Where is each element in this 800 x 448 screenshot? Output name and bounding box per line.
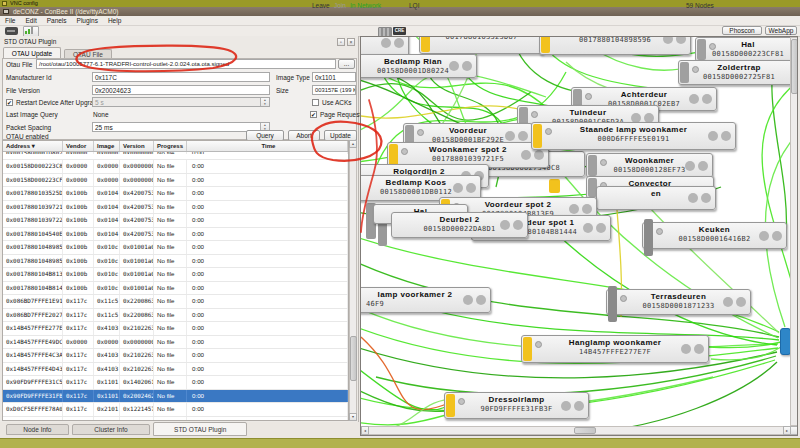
bottom-tab-std-otau-plugin[interactable]: STD OTAU Plugin: [153, 422, 247, 436]
endpoint-circle-icon: [759, 231, 769, 241]
spinner-arrows-icon[interactable]: ▴▾: [260, 98, 269, 106]
graph-node-hanglamp-woonkamer[interactable]: Hanglamp woonkamer14B457FFFE277E7F: [521, 335, 709, 363]
column-header-time[interactable]: Time: [187, 141, 348, 151]
endpoint-circle-icon: [631, 113, 641, 123]
cell-address: 0x90FD9FFFFE31C535: [3, 376, 63, 389]
table-row[interactable]: 0x90FD9FFFFE31C5350x117c0x11010x14020610…: [3, 376, 348, 390]
table-header[interactable]: Address ▾VendorImageVersionProgressTime: [3, 141, 348, 152]
lqi-label[interactable]: LQI: [409, 1, 419, 10]
table-row[interactable]: 0x90FD9FFFFE31FB3F0x117c0x11010x20024623…: [3, 390, 348, 404]
scroll-up-icon[interactable]: ▴: [349, 140, 357, 148]
table-row[interactable]: 0x00178801039722130x100b0x01040x42007530…: [3, 214, 348, 228]
graph-node-deurbel-2[interactable]: Deurbel 200158D00022DA8D1: [391, 212, 528, 238]
float-panel-icon[interactable]: ▫: [337, 38, 345, 46]
table-row[interactable]: 0x00158D000223CF810x00000x00000x00000000…: [3, 174, 348, 188]
graph-node-keuken[interactable]: Keuken00158D00016416B2: [642, 222, 787, 249]
menu-item-panels[interactable]: Panels: [42, 16, 72, 25]
webapp-button[interactable]: WebApp: [765, 26, 797, 35]
graph-node-zoldertrap[interactable]: Zoldertrap00158D0002725F81: [678, 60, 798, 85]
node-address: 000D6FFFFE5E0191: [532, 135, 735, 143]
table-row[interactable]: 0x14B457FFFE277E7F0x117c0x41030x21022631…: [3, 322, 348, 336]
tab-otau-update[interactable]: OTAU Update: [3, 47, 61, 58]
scroll-down-icon[interactable]: ▾: [349, 413, 357, 421]
otau-file-input[interactable]: /root/otau/10005777-6.1-TRADFRI-control-…: [36, 59, 336, 69]
device-table[interactable]: Address ▾VendorImageVersionProgressTime0…: [2, 140, 349, 421]
table-row[interactable]: 0x00178801048985F50x100b0x010c0x01001a02…: [3, 255, 348, 269]
menu-item-plugins[interactable]: Plugins: [72, 16, 103, 25]
cell-vendor: 0x100b: [63, 255, 94, 268]
packet-spacing-label: Packet Spacing: [6, 123, 51, 132]
graph-hscroll-thumb[interactable]: [574, 427, 596, 434]
graph-node-keuken-spot-1[interactable]: Keuken spot 10017880104898596: [539, 36, 691, 55]
network-graph[interactable]: 0017880103525D87Keuken spot 100178801048…: [360, 36, 798, 436]
graph-node-bedlamp-rian[interactable]: Bedlamp Rian00158D0001D80224: [360, 54, 477, 78]
browse-button[interactable]: ...: [338, 59, 355, 69]
cell-address: 0x00178801039721F5: [3, 201, 63, 214]
use-acks-checkbox[interactable]: [312, 99, 319, 106]
tab-otau-file[interactable]: OTAU File: [64, 49, 112, 58]
packet-spacing-input[interactable]: 25 ms▴▾: [92, 122, 270, 132]
image-type-input[interactable]: 0x1101: [312, 72, 356, 82]
graph-vscroll-thumb[interactable]: [791, 39, 798, 94]
cell-progress: No file: [154, 187, 187, 200]
endpoint-circle-icon: [701, 193, 711, 203]
menu-item-help[interactable]: Help: [103, 16, 126, 25]
restart-checkbox[interactable]: ✔: [6, 99, 13, 106]
join-button[interactable]: Join: [334, 1, 346, 10]
table-row[interactable]: 0x14B457FFFE49DC830x00000x00000x00000000…: [3, 336, 348, 350]
table-row[interactable]: 0x00178801048985960x100b0x010c0x01001a02…: [3, 241, 348, 255]
table-row[interactable]: 0x0017880104540E260x100b0x01040x42007530…: [3, 228, 348, 242]
otau-file-label: Otau File: [6, 60, 32, 69]
manufacturer-input[interactable]: 0x117C: [92, 72, 270, 82]
graph-node-en[interactable]: en: [596, 186, 716, 210]
cre-badge[interactable]: CRE: [393, 27, 406, 35]
manufacturer-label: Manufacturer Id: [6, 73, 52, 82]
graph-node-woonkamer[interactable]: Woonkamer00158D000128EF73: [586, 153, 713, 178]
app-titlebar[interactable]: deCONZ - ConBee II (/dev/ttyACM0): [0, 7, 800, 16]
column-header-vendor[interactable]: Vendor: [63, 141, 94, 151]
cell-vendor: 0x117c: [63, 403, 94, 416]
table-row[interactable]: 0xD0CF5EFFFE78A0510x117c0x21010x12214572…: [3, 403, 348, 417]
restart-delay-input[interactable]: 5 s▴▾: [92, 97, 270, 107]
page-request-checkbox[interactable]: ✔: [310, 111, 317, 118]
endpoint-circle-icon: [698, 161, 708, 171]
graph-node-lamp-voorkamer-2[interactable]: lamp voorkamer 246F9: [360, 287, 491, 313]
column-header-version[interactable]: Version: [120, 141, 154, 151]
size-value: 003157E (199 KB): [312, 85, 356, 95]
table-row[interactable]: 0x0017880103525D870x100b0x01040x42007530…: [3, 187, 348, 201]
endpoint-circle-icon: [574, 401, 584, 411]
table-row[interactable]: 0x00158D000223C88F0x00000x00000x00000000…: [3, 160, 348, 174]
graph-vscrollbar[interactable]: [790, 37, 798, 426]
cell-progress: No file: [154, 214, 187, 227]
table-row[interactable]: 0x14B457FFFE4C3AFA0x117c0x41030x21022631…: [3, 349, 348, 363]
column-header-address[interactable]: Address ▾: [3, 141, 63, 151]
close-panel-icon[interactable]: ×: [347, 38, 355, 46]
scroll-left-icon[interactable]: ◂: [361, 426, 369, 435]
table-row[interactable]: 0x00158D0001D802240x00000x00000x00000000…: [3, 152, 348, 160]
graph-node[interactable]: 0017880103525D87: [419, 36, 544, 54]
menu-item-file[interactable]: File: [0, 16, 20, 25]
bottom-tab-cluster-info[interactable]: Cluster Info: [72, 424, 150, 435]
bottom-tab-node-info[interactable]: Node Info: [6, 424, 69, 435]
table-row[interactable]: 0x14B457FFFE4D43AD0x117c0x41030x21022631…: [3, 363, 348, 377]
phoscon-app-button[interactable]: Phoscon App: [722, 26, 762, 35]
menu-item-edit[interactable]: Edit: [20, 16, 41, 25]
table-row[interactable]: 0x086BD7FFFE1E91C10x117c0x11c50x22008631…: [3, 295, 348, 309]
endpoint-circle-icon: [681, 344, 691, 354]
column-header-image[interactable]: Image: [94, 141, 120, 151]
table-row[interactable]: 0x086BD7FFFE2027E10x117c0x11c50x22008631…: [3, 309, 348, 323]
table-row[interactable]: 0x00178801039721F50x100b0x01040x42007530…: [3, 201, 348, 215]
leave-button[interactable]: Leave: [312, 1, 330, 10]
graph-node-terrasdeuren[interactable]: Terrasdeuren00158D0001871233: [606, 289, 751, 315]
table-scroll-thumb[interactable]: [350, 336, 357, 381]
graph-node-hal[interactable]: Hal00158D000223CF81: [695, 37, 798, 62]
graph-node-staande-lamp-woonkamer[interactable]: Staande lamp woonkamer000D6FFFFE5E0191: [531, 122, 736, 150]
device-icon[interactable]: [5, 27, 18, 35]
column-header-progress[interactable]: Progress: [154, 141, 187, 151]
table-row[interactable]: 0x0017880104B814440x100b0x010c0x01001a02…: [3, 282, 348, 296]
file-version-input[interactable]: 0x20024623: [92, 85, 270, 95]
cell-version: 0x01001a02: [120, 282, 154, 295]
cell-time: 0:00: [187, 363, 348, 376]
graph-node-dressoirlamp[interactable]: Dressoirlamp90FD9FFFFE31FB3F: [444, 392, 589, 419]
table-row[interactable]: 0x0017880104B813E90x100b0x010c0x01001a02…: [3, 268, 348, 282]
